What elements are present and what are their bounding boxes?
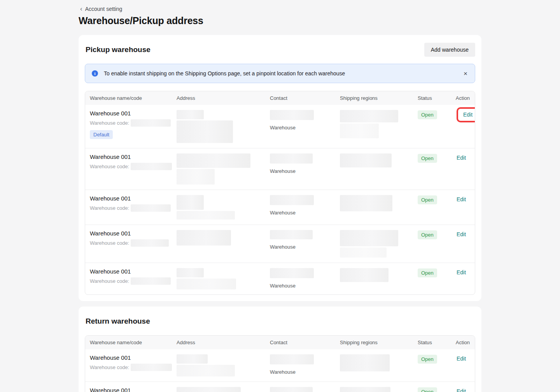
edit-link[interactable]: Edit xyxy=(463,112,472,118)
redacted-contact xyxy=(270,268,314,278)
section-title-return: Return warehouse xyxy=(86,317,150,326)
redacted-contact xyxy=(270,230,313,239)
info-banner: i To enable instant shipping on the Ship… xyxy=(85,64,475,83)
redacted-shipping-region xyxy=(340,110,398,122)
redacted-shipping-region xyxy=(340,387,390,392)
warehouse-code-label: Warehouse code: xyxy=(90,240,129,246)
edit-link[interactable]: Edit xyxy=(457,196,466,202)
contact-name: Warehouse xyxy=(270,210,335,216)
warehouse-name: Warehouse 001 xyxy=(90,110,172,117)
warehouse-name: Warehouse 001 xyxy=(90,354,172,361)
status-badge: Open xyxy=(418,195,437,204)
redacted-shipping-region xyxy=(340,153,392,167)
redacted-warehouse-code xyxy=(131,239,169,247)
column-header-name: Warehouse name/code xyxy=(85,95,172,101)
edit-link[interactable]: Edit xyxy=(457,269,466,275)
chevron-left-icon: ‹ xyxy=(80,5,82,12)
redacted-shipping-region xyxy=(340,230,398,246)
redacted-address xyxy=(177,268,204,277)
redacted-address xyxy=(177,153,250,168)
redacted-shipping-region xyxy=(340,195,392,211)
breadcrumb[interactable]: ‹ Account setting xyxy=(80,6,481,12)
warehouse-name: Warehouse 001 xyxy=(90,195,172,202)
info-icon: i xyxy=(92,70,98,77)
column-header-address: Address xyxy=(172,340,265,345)
redacted-address xyxy=(177,230,231,246)
redacted-contact xyxy=(270,195,314,205)
banner-text: To enable instant shipping on the Shippi… xyxy=(102,70,459,77)
redacted-address xyxy=(177,279,236,289)
redacted-address xyxy=(177,365,235,376)
section-title-pickup: Pickup warehouse xyxy=(86,45,150,54)
table-row: Warehouse 001 Warehouse code: Warehouse … xyxy=(85,148,475,190)
redacted-contact xyxy=(270,387,313,392)
redacted-shipping-region xyxy=(340,268,388,282)
status-badge: Open xyxy=(418,355,437,364)
warehouse-code-label: Warehouse code: xyxy=(90,164,129,169)
column-header-shipping-regions: Shipping regions xyxy=(335,95,413,101)
pickup-warehouse-card: Pickup warehouse Add warehouse i To enab… xyxy=(79,35,481,301)
redacted-address xyxy=(177,211,235,220)
redacted-contact xyxy=(270,354,314,364)
pickup-warehouse-table: Warehouse name/code Address Contact Ship… xyxy=(85,91,475,295)
banner-close-icon[interactable]: × xyxy=(463,70,468,78)
add-warehouse-button[interactable]: Add warehouse xyxy=(424,43,475,57)
edit-link[interactable]: Edit xyxy=(457,231,466,237)
table-row: Warehouse 001 Warehouse code: Default Wa… xyxy=(85,105,475,148)
status-badge: Open xyxy=(418,268,437,277)
column-header-name: Warehouse name/code xyxy=(85,340,172,345)
table-row: Warehouse 001 Warehouse code: Warehouse … xyxy=(85,190,475,225)
column-header-action: Action xyxy=(452,95,475,101)
redacted-shipping-region xyxy=(340,247,387,258)
redacted-address xyxy=(177,110,204,119)
table-header-row: Warehouse name/code Address Contact Ship… xyxy=(85,91,475,105)
default-badge: Default xyxy=(90,130,113,139)
redacted-contact xyxy=(270,153,313,164)
column-header-contact: Contact xyxy=(265,95,335,101)
page-title: Warehouse/Pickup address xyxy=(79,15,481,26)
status-badge: Open xyxy=(418,110,437,119)
redacted-address xyxy=(177,354,208,364)
redacted-warehouse-code xyxy=(131,204,171,212)
status-badge: Open xyxy=(418,387,437,392)
redacted-address xyxy=(177,169,215,185)
column-header-status: Status xyxy=(413,340,452,345)
column-header-action: Action xyxy=(452,340,475,345)
edit-link[interactable]: Edit xyxy=(457,388,466,392)
breadcrumb-label: Account setting xyxy=(85,6,122,12)
status-badge: Open xyxy=(418,230,437,239)
column-header-status: Status xyxy=(413,95,452,101)
table-row: Warehouse 001 Warehouse code: Warehouse … xyxy=(85,382,475,392)
warehouse-name: Warehouse 001 xyxy=(90,268,172,275)
contact-name: Warehouse xyxy=(270,283,335,289)
warehouse-code-label: Warehouse code: xyxy=(90,278,129,284)
warehouse-name: Warehouse 001 xyxy=(90,153,172,160)
edit-link[interactable]: Edit xyxy=(457,355,466,362)
edit-link[interactable]: Edit xyxy=(457,155,466,161)
contact-name: Warehouse xyxy=(270,125,335,131)
table-row: Warehouse 001 Warehouse code: Warehouse … xyxy=(85,263,475,294)
redacted-shipping-region xyxy=(340,124,379,138)
table-row: Warehouse 001 Warehouse code: Warehouse … xyxy=(85,225,475,263)
return-warehouse-table: Warehouse name/code Address Contact Ship… xyxy=(85,335,475,392)
table-header-row: Warehouse name/code Address Contact Ship… xyxy=(85,336,475,349)
redacted-warehouse-code xyxy=(131,364,172,371)
redacted-warehouse-code xyxy=(131,163,172,170)
status-badge: Open xyxy=(418,154,437,163)
table-row: Warehouse 001 Warehouse code: Warehouse … xyxy=(85,349,475,382)
contact-name: Warehouse xyxy=(270,244,335,250)
redacted-shipping-region xyxy=(340,354,390,371)
column-header-contact: Contact xyxy=(265,340,335,345)
contact-name: Warehouse xyxy=(270,369,335,375)
redacted-address xyxy=(177,120,233,143)
page-content: ‹ Account setting Warehouse/Pickup addre… xyxy=(79,0,481,392)
redacted-address xyxy=(177,387,241,392)
return-warehouse-card: Return warehouse Warehouse name/code Add… xyxy=(79,307,481,392)
contact-name: Warehouse xyxy=(270,168,335,174)
warehouse-code-label: Warehouse code: xyxy=(90,120,129,126)
warehouse-code-label: Warehouse code: xyxy=(90,205,129,211)
redacted-contact xyxy=(270,110,314,120)
warehouse-name: Warehouse 001 xyxy=(90,387,172,392)
redacted-warehouse-code xyxy=(131,277,171,285)
warehouse-code-label: Warehouse code: xyxy=(90,364,129,370)
